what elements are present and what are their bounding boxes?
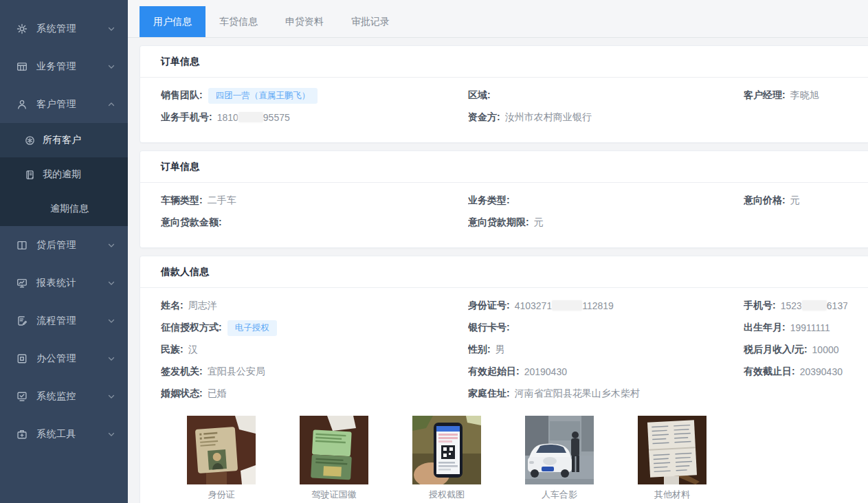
sidebar-menu: 系统管理 业务管理 客户管理 所有客户: [0, 0, 128, 453]
person-car-photo[interactable]: [525, 416, 594, 484]
field-id-number: 身份证号: 4103271112819: [468, 300, 744, 312]
censor-patch: [238, 112, 263, 122]
chevron-down-icon: [107, 25, 115, 33]
sidebar-item-business-management[interactable]: 业务管理: [0, 47, 128, 85]
field-business-type: 业务类型:: [468, 194, 744, 207]
sidebar-item-label: 所有客户: [43, 134, 81, 146]
sidebar-item-process-management[interactable]: 流程管理: [0, 302, 128, 339]
sidebar-item-office-management[interactable]: 办公管理: [0, 339, 128, 377]
chevron-down-icon: [107, 241, 115, 249]
censor-patch: [552, 300, 582, 311]
field-vehicle-type: 车辆类型: 二手车: [161, 194, 468, 207]
field-issuing-authority: 签发机关: 宜阳县公安局: [161, 366, 468, 378]
order-info-card: 订单信息 销售团队: 四团一营（直属王鹏飞） 区域: 客户经理: 李晓旭 业务手: [140, 45, 868, 143]
toolbox-icon: [16, 429, 27, 440]
chevron-down-icon: [107, 430, 115, 438]
book-icon: [16, 240, 27, 251]
card-title: 借款人信息: [140, 256, 868, 288]
sidebar-item-all-customers[interactable]: 所有客户: [0, 123, 128, 157]
monitor-chart-icon: [16, 278, 27, 289]
id-card-photo[interactable]: [187, 416, 256, 484]
sidebar-submenu-customer: 所有客户 我的逾期 逾期信息: [0, 123, 128, 226]
sidebar-item-customer-management[interactable]: 客户管理: [0, 85, 128, 123]
sidebar-item-label: 办公管理: [36, 353, 107, 365]
photo-item: 其他材料: [638, 416, 706, 501]
sidebar-item-my-overdue[interactable]: 我的逾期: [0, 157, 128, 192]
field-region: 区域:: [468, 89, 744, 102]
square-in-square-icon: [16, 353, 27, 364]
tab-car-loan-info[interactable]: 车贷信息: [205, 6, 271, 37]
card-title: 订单信息: [140, 46, 868, 78]
photo-label: 驾驶证国徽: [300, 489, 368, 501]
sidebar: 系统管理 业务管理 客户管理 所有客户: [0, 0, 128, 503]
chevron-down-icon: [107, 279, 115, 287]
field-ethnicity: 民族: 汉: [161, 344, 468, 356]
sidebar-item-label: 流程管理: [36, 315, 107, 327]
chevron-up-icon: [107, 100, 115, 109]
field-home-address: 家庭住址: 河南省宜阳县花果山乡木柴村: [468, 388, 744, 400]
sales-team-tag[interactable]: 四团一营（直属王鹏飞）: [208, 88, 318, 104]
tab-loan-application-docs[interactable]: 申贷资料: [271, 6, 337, 37]
chevron-down-icon: [107, 317, 115, 325]
photo-item: 授权截图: [412, 416, 481, 501]
phone-qr-photo[interactable]: [412, 416, 481, 484]
green-booklet-photo[interactable]: [300, 416, 368, 484]
tab-bar: 用户信息 车贷信息 申贷资料 审批记录: [128, 0, 868, 38]
tab-approval-records[interactable]: 审批记录: [337, 6, 403, 37]
photo-label: 身份证: [187, 489, 256, 501]
sidebar-item-label: 系统管理: [36, 23, 107, 35]
sidebar-item-label: 系统工具: [36, 428, 107, 440]
user-icon: [16, 99, 27, 110]
field-sales-team: 销售团队: 四团一营（直属王鹏飞）: [161, 88, 468, 104]
borrower-info-card: 借款人信息 姓名: 周志洋 身份证号: 4103271112819 手机号: 1…: [140, 256, 868, 503]
card-title: 订单信息: [140, 151, 868, 183]
field-bank-card: 银行卡号:: [468, 322, 744, 334]
field-monthly-income: 税后月收入/元: 10000: [744, 344, 847, 356]
field-business-phone: 业务手机号: 181095575: [161, 111, 468, 124]
field-credit-auth: 征信授权方式: 电子授权: [161, 320, 468, 336]
censor-patch: [802, 300, 827, 311]
chevron-down-icon: [107, 63, 115, 71]
field-customer-manager: 客户经理: 李晓旭: [744, 89, 847, 102]
sidebar-item-system-monitor[interactable]: 系统监控: [0, 377, 128, 415]
tab-user-info[interactable]: 用户信息: [140, 6, 205, 37]
photo-label: 人车合影: [525, 489, 594, 501]
sidebar-item-system-management[interactable]: 系统管理: [0, 10, 128, 47]
chevron-down-icon: [107, 355, 115, 363]
sidebar-item-label: 我的逾期: [43, 168, 81, 181]
monitor-check-icon: [16, 391, 27, 402]
photo-label: 授权截图: [412, 489, 481, 501]
photo-item: 身份证: [187, 416, 256, 501]
sidebar-item-label: 报表统计: [36, 277, 107, 289]
handwritten-doc-photo[interactable]: [638, 416, 706, 484]
field-intent-loan-amount: 意向贷款金额:: [161, 216, 468, 229]
field-intent-loan-term: 意向贷款期限: 元: [468, 216, 744, 229]
gear-icon: [16, 23, 27, 34]
sidebar-item-label: 逾期信息: [50, 203, 89, 215]
photo-item: 驾驶证国徽: [300, 416, 368, 501]
sidebar-item-label: 客户管理: [36, 98, 107, 111]
sidebar-item-system-tools[interactable]: 系统工具: [0, 415, 128, 453]
notebook-icon: [25, 170, 35, 180]
field-intent-price: 意向价格: 元: [744, 194, 847, 207]
field-valid-to: 有效截止日: 20390430: [744, 366, 847, 378]
vehicle-order-info-card: 订单信息 车辆类型: 二手车 业务类型: 意向价格: 元 意向贷款金额:: [140, 150, 868, 248]
credit-auth-tag[interactable]: 电子授权: [227, 320, 277, 336]
field-name: 姓名: 周志洋: [161, 300, 468, 312]
field-marital-status: 婚姻状态: 已婚: [161, 388, 468, 400]
grid-icon: [16, 61, 27, 72]
sidebar-item-postloan-management[interactable]: 贷后管理: [0, 226, 128, 264]
field-gender: 性别: 男: [468, 344, 744, 356]
clipboard-edit-icon: [16, 315, 27, 326]
field-birth-date: 出生年月: 19911111: [744, 322, 847, 334]
sidebar-item-overdue-info[interactable]: 逾期信息: [0, 192, 128, 226]
field-phone: 手机号: 15236137: [744, 300, 847, 312]
sidebar-item-report-statistics[interactable]: 报表统计: [0, 264, 128, 302]
photo-label: 其他材料: [638, 489, 706, 501]
sidebar-item-label: 业务管理: [36, 60, 107, 73]
sidebar-item-label: 贷后管理: [36, 239, 107, 252]
photo-item: 人车合影: [525, 416, 594, 501]
field-valid-from: 有效起始日: 20190430: [468, 366, 744, 378]
circled-asterisk-icon: [25, 135, 35, 146]
sidebar-item-label: 系统监控: [36, 390, 107, 403]
